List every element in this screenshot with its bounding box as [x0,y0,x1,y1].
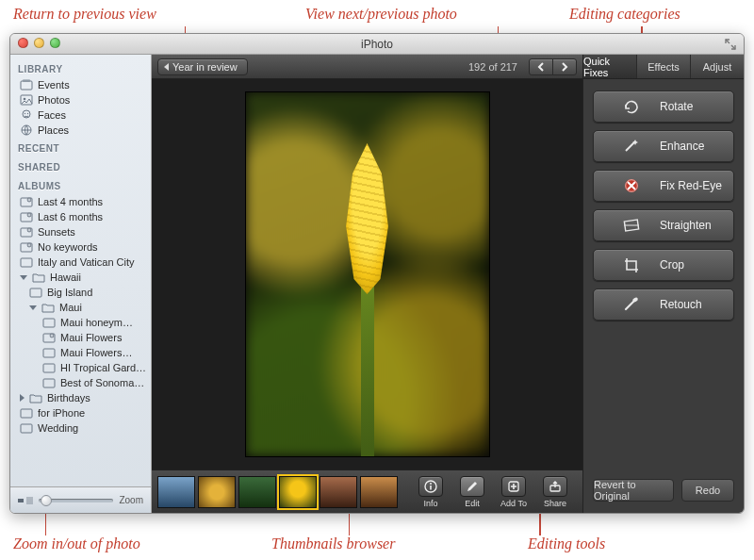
tab-adjust[interactable]: Adjust [691,55,744,78]
app-window: iPhoto LIBRARY Events Photos Faces Place… [9,33,745,514]
sidebar-item-album[interactable]: Big Island [10,285,151,300]
annotation-view-next-prev: View next/previous photo [305,6,457,23]
album-icon [20,407,33,419]
thumbnail[interactable] [320,476,357,508]
content-toolbar: Year in review 192 of 217 [152,55,582,79]
thumbnail-selected[interactable] [279,476,317,508]
svg-rect-24 [21,409,32,418]
redo-button[interactable]: Redo [681,479,734,502]
album-icon [42,362,56,373]
sidebar-item-places[interactable]: Places [10,123,151,138]
album-icon [29,287,42,298]
rotate-button[interactable]: Rotate [593,91,734,123]
album-icon [20,256,33,268]
fullscreen-icon[interactable] [725,39,736,50]
sidebar-item-events[interactable]: Events [10,77,151,92]
sidebar-item-smart-album[interactable]: Last 4 months [10,194,151,209]
smart-album-icon [20,226,33,238]
sidebar-item-folder[interactable]: Birthdays [10,390,151,405]
edit-tabs: Quick Fixes Effects Adjust [583,55,744,79]
sidebar-item-album[interactable]: HI Tropical Gard… [10,360,151,375]
svg-rect-29 [430,486,432,490]
add-to-button[interactable]: Add To [494,476,533,508]
retouch-button[interactable]: Retouch [593,288,734,321]
sidebar-item-folder-hawaii[interactable]: Hawaii [10,270,151,285]
folder-icon [32,272,45,283]
sidebar-item-faces[interactable]: Faces [10,107,151,123]
enhance-button[interactable]: Enhance [593,130,734,162]
plus-icon [501,476,526,497]
tab-quick-fixes[interactable]: Quick Fixes [583,55,637,78]
sidebar-heading-albums: ALBUMS [10,175,151,194]
album-icon [42,317,56,328]
album-icon [20,422,33,434]
smart-album-icon [20,211,33,222]
share-icon [543,476,567,497]
sidebar-heading-shared: SHARED [10,156,151,175]
events-icon [20,79,33,91]
album-icon [42,347,56,358]
fix-redeye-button[interactable]: Fix Red-Eye [593,170,734,202]
photo-viewport[interactable] [152,79,582,469]
crop-icon [603,256,641,273]
close-icon[interactable] [18,38,28,48]
revert-button[interactable]: Revert to Original [593,479,674,502]
tab-effects[interactable]: Effects [637,55,691,78]
svg-rect-25 [21,424,32,433]
chevron-down-icon[interactable] [29,305,37,310]
sidebar-item-smart-album[interactable]: Sunsets [10,224,151,239]
sidebar-item-album[interactable]: Maui Flowers… [10,345,151,360]
thumbnail[interactable] [198,476,236,508]
main-content: Year in review 192 of 217 [152,55,582,513]
chevron-down-icon[interactable] [20,275,27,280]
annotation-editing-tools: Editing tools [528,535,605,552]
thumbnail[interactable] [238,476,276,508]
thumbnail[interactable] [360,476,398,508]
sidebar-item-album[interactable]: for iPhone [10,405,151,420]
sidebar-heading-library: LIBRARY [10,58,151,77]
sidebar-item-album[interactable]: Maui honeym… [10,315,151,330]
folder-icon [29,392,42,404]
smart-album-icon [20,241,33,253]
annotation-thumbnails: Thumbnails browser [271,535,395,552]
crop-button[interactable]: Crop [593,249,734,281]
sidebar-item-smart-album[interactable]: Last 6 months [10,209,151,224]
faces-icon [20,109,33,121]
chevron-right-icon[interactable] [20,394,25,402]
straighten-button[interactable]: Straighten [593,209,734,241]
sidebar-item-smart-album[interactable]: No keywords [10,239,151,255]
svg-rect-26 [18,499,24,502]
back-breadcrumb-button[interactable]: Year in review [157,58,248,75]
edit-panel: Quick Fixes Effects Adjust Rotate Enhanc… [582,55,744,513]
zoom-slider[interactable] [39,499,113,502]
photos-icon [20,94,33,106]
sidebar-item-photos[interactable]: Photos [10,92,151,107]
minimize-icon[interactable] [34,38,44,48]
sidebar-item-smart-album[interactable]: Maui Flowers [10,330,151,345]
next-photo-button[interactable] [552,58,577,75]
thumbnail[interactable] [157,476,195,508]
sidebar-item-album[interactable]: Wedding [10,420,151,436]
prev-photo-button[interactable] [529,58,553,75]
zoom-slider-bar: Zoom [10,486,151,513]
zoom-label: Zoom [119,495,143,505]
zoom-slider-thumb[interactable] [41,495,52,506]
sidebar-item-album[interactable]: Best of Sonoma… [10,375,151,390]
back-icon [164,63,169,71]
zoom-window-icon[interactable] [50,38,60,48]
smart-album-icon [20,196,33,207]
enhance-icon [603,138,641,155]
svg-rect-17 [30,288,41,297]
retouch-icon [603,296,641,313]
info-button[interactable]: Info [411,476,451,508]
svg-rect-18 [43,319,55,327]
svg-rect-22 [43,364,55,372]
info-icon [418,476,443,497]
sidebar-item-folder-maui[interactable]: Maui [10,300,151,315]
edit-icon [460,476,484,497]
share-button[interactable]: Share [535,476,575,508]
sidebar-item-album[interactable]: Italy and Vatican City [10,255,151,270]
svg-point-3 [24,98,26,101]
edit-button[interactable]: Edit [452,476,492,508]
current-photo [245,91,490,457]
